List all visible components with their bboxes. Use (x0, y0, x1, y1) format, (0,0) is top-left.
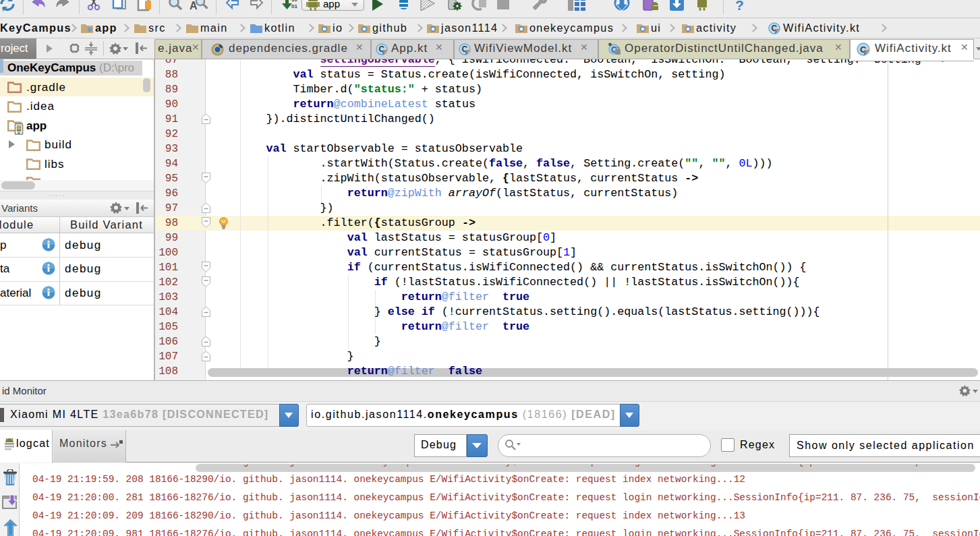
svg-text:A: A (190, 0, 198, 11)
svg-text:10: 10 (291, 0, 297, 3)
svg-text:01: 01 (291, 3, 297, 9)
